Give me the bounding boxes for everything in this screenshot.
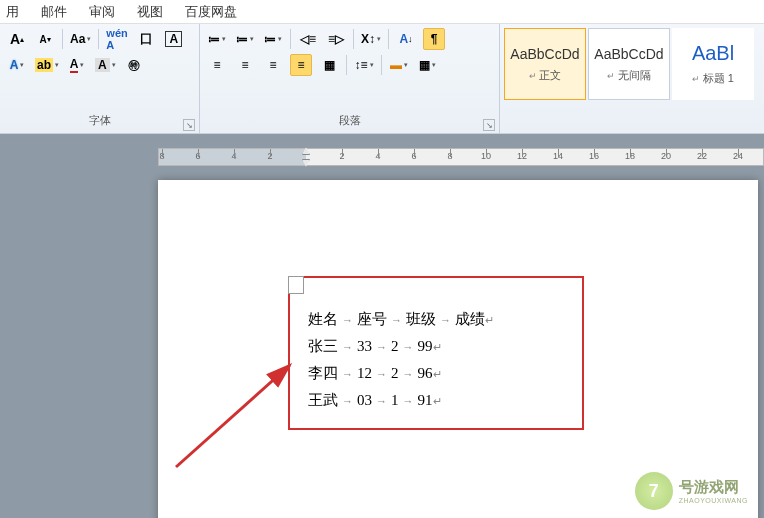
numbering-button[interactable]: ≔ — [234, 28, 256, 50]
bullets-button[interactable]: ≔ — [206, 28, 228, 50]
horizontal-ruler[interactable]: 864224681012141618202224 — [158, 148, 764, 166]
group-paragraph: ≔ ≔ ≔ ◁≡ ≡▷ X↕ A↓ ¶ ≡ ≡ ≡ ≡ ▦ ↕≡ — [200, 24, 500, 133]
menu-item-0[interactable]: 用 — [6, 3, 19, 21]
cursor-indicator — [288, 276, 304, 294]
group-styles: AaBbCcDd 正文 AaBbCcDd 无间隔 AaBl 标题 1 — [500, 24, 764, 133]
decrease-indent-button[interactable]: ◁≡ — [297, 28, 319, 50]
menu-item-4[interactable]: 百度网盘 — [185, 3, 237, 21]
style-heading1[interactable]: AaBl 标题 1 — [672, 28, 754, 100]
char-box-button[interactable]: A — [163, 28, 185, 50]
grow-font-button[interactable]: A▴ — [6, 28, 28, 50]
annotation-arrow-icon — [168, 355, 303, 475]
char-border-button[interactable]: 囗 — [135, 28, 157, 50]
justify-button[interactable]: ≡ — [290, 54, 312, 76]
pinyin-guide-button[interactable]: wén拼A — [105, 28, 128, 50]
table-row: 王武→03→1→91↵ — [308, 387, 564, 414]
align-right-button[interactable]: ≡ — [262, 54, 284, 76]
menu-bar: 用 邮件 审阅 视图 百度网盘 — [0, 0, 764, 24]
increase-indent-button[interactable]: ≡▷ — [325, 28, 347, 50]
table-row: 张三→33→2→99↵ — [308, 333, 564, 360]
borders-button[interactable]: ▦ — [416, 54, 438, 76]
shrink-font-button[interactable]: A▾ — [34, 28, 56, 50]
distribute-button[interactable]: ▦ — [318, 54, 340, 76]
cjk-layout-button[interactable]: X↕ — [360, 28, 382, 50]
align-center-button[interactable]: ≡ — [234, 54, 256, 76]
group-font-label: 字体 ↘ — [0, 113, 199, 133]
line-spacing-button[interactable]: ↕≡ — [353, 54, 375, 76]
multilevel-button[interactable]: ≔ — [262, 28, 284, 50]
sort-button[interactable]: A↓ — [395, 28, 417, 50]
highlight-button[interactable]: ab — [34, 54, 60, 76]
ribbon: A▴ A▾ Aa wén拼A 囗 A A ab A A ㊕ 字体 ↘ — [0, 24, 764, 134]
table-header: 姓名→座号→班级→成绩↵ — [308, 306, 564, 333]
text-effects-button[interactable]: A — [6, 54, 28, 76]
align-left-button[interactable]: ≡ — [206, 54, 228, 76]
document-page[interactable]: 姓名→座号→班级→成绩↵张三→33→2→99↵李四→12→2→96↵王武→03→… — [158, 180, 758, 518]
table-row: 李四→12→2→96↵ — [308, 360, 564, 387]
change-case-button[interactable]: Aa — [69, 28, 92, 50]
font-launcher-icon[interactable]: ↘ — [183, 119, 195, 131]
group-paragraph-label: 段落 ↘ — [200, 113, 499, 133]
show-marks-button[interactable]: ¶ — [423, 28, 445, 50]
watermark-logo: 7 号游戏网 ZHAOYOUXIWANG — [635, 472, 756, 510]
menu-item-2[interactable]: 审阅 — [89, 3, 115, 21]
enclose-char-button[interactable]: ㊕ — [123, 54, 145, 76]
shading-button[interactable]: ▬ — [388, 54, 410, 76]
group-font: A▴ A▾ Aa wén拼A 囗 A A ab A A ㊕ 字体 ↘ — [0, 24, 200, 133]
document-area: 864224681012141618202224 姓名→座号→班级→成绩↵张三→… — [0, 134, 764, 518]
style-normal[interactable]: AaBbCcDd 正文 — [504, 28, 586, 100]
char-shading-button[interactable]: A — [94, 54, 117, 76]
text-content-box: 姓名→座号→班级→成绩↵张三→33→2→99↵李四→12→2→96↵王武→03→… — [288, 276, 584, 430]
paragraph-launcher-icon[interactable]: ↘ — [483, 119, 495, 131]
style-nospacing[interactable]: AaBbCcDd 无间隔 — [588, 28, 670, 100]
svg-line-0 — [176, 365, 290, 467]
font-color-button[interactable]: A — [66, 54, 88, 76]
menu-item-3[interactable]: 视图 — [137, 3, 163, 21]
menu-item-1[interactable]: 邮件 — [41, 3, 67, 21]
